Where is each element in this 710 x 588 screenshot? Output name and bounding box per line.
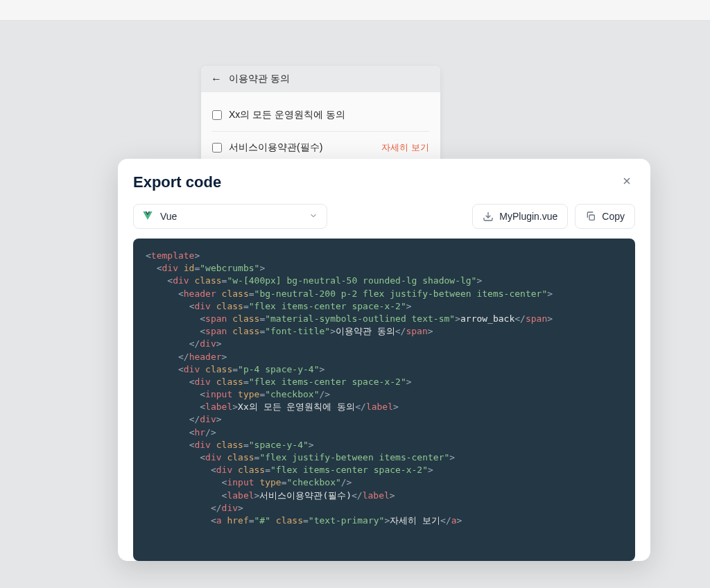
export-code-modal: Export code Vue MyPlugin.vue Copy [118, 159, 650, 561]
preview-header-title: 이용약관 동의 [229, 73, 290, 85]
preview-divider [212, 131, 429, 132]
vue-icon [142, 211, 153, 221]
preview-row-terms-label: 서비스이용약관(필수) [229, 141, 322, 154]
copy-icon [585, 211, 596, 222]
preview-detail-link[interactable]: 자세히 보기 [381, 141, 429, 154]
checkbox-all[interactable] [212, 110, 222, 120]
download-icon [483, 211, 494, 222]
svg-rect-0 [589, 215, 594, 220]
app-topbar [0, 0, 710, 21]
preview-header: ← 이용약관 동의 [201, 66, 440, 92]
preview-row-all: Xx의 모든 운영원칙에 동의 [212, 102, 429, 128]
download-button[interactable]: MyPlugin.vue [472, 204, 568, 229]
arrow-back-icon[interactable]: ← [211, 74, 222, 85]
framework-select-label: Vue [160, 211, 177, 222]
framework-select[interactable]: Vue [133, 204, 327, 229]
download-filename: MyPlugin.vue [499, 211, 557, 222]
checkbox-terms[interactable] [212, 143, 222, 153]
preview-row-all-label: Xx의 모든 운영원칙에 동의 [229, 109, 345, 121]
chevron-down-icon [309, 211, 318, 223]
preview-row-terms: 서비스이용약관(필수) 자세히 보기 [212, 135, 429, 161]
copy-button[interactable]: Copy [575, 204, 635, 229]
close-icon [621, 175, 632, 187]
modal-title: Export code [133, 173, 221, 191]
copy-label: Copy [602, 211, 625, 222]
preview-card: ← 이용약관 동의 Xx의 모든 운영원칙에 동의 서비스이용약관(필수) 자세… [201, 66, 440, 171]
close-button[interactable] [618, 173, 635, 191]
code-block[interactable]: <template> <div id="webcrumbs"> <div cla… [133, 239, 635, 561]
